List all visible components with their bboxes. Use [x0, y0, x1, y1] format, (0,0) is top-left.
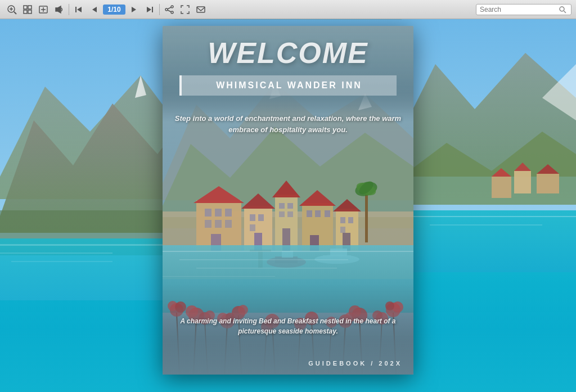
svg-rect-62 [225, 220, 232, 228]
svg-rect-86 [348, 217, 353, 223]
svg-rect-5 [0, 238, 174, 300]
svg-rect-57 [205, 209, 212, 217]
svg-rect-13 [514, 171, 531, 193]
cover-description: A charming and inviting Bed and Breakfas… [174, 316, 402, 336]
toolbar: 1/10 [0, 0, 576, 19]
right-mountains [402, 19, 576, 272]
svg-rect-26 [24, 6, 27, 9]
svg-rect-59 [225, 209, 232, 217]
svg-line-47 [564, 11, 566, 13]
page-indicator: 1/10 [103, 4, 125, 15]
svg-rect-102 [163, 251, 413, 252]
svg-line-44 [168, 10, 171, 12]
cover-inn-name: WHIMSICAL WANDER INN [216, 80, 362, 91]
svg-rect-68 [250, 224, 255, 231]
svg-line-43 [168, 7, 171, 9]
svg-rect-19 [402, 210, 576, 272]
svg-rect-79 [307, 210, 312, 217]
svg-point-40 [171, 6, 173, 8]
left-mountains [0, 19, 174, 300]
fit-page-button[interactable] [36, 2, 51, 17]
svg-marker-36 [92, 7, 97, 12]
svg-marker-35 [77, 7, 82, 12]
svg-rect-104 [196, 268, 337, 269]
svg-marker-33 [56, 6, 61, 13]
svg-rect-85 [340, 217, 345, 223]
svg-line-25 [14, 12, 16, 14]
svg-rect-73 [287, 203, 293, 209]
svg-rect-72 [279, 203, 285, 209]
svg-rect-8 [11, 261, 112, 262]
svg-rect-7 [0, 253, 112, 254]
share-button[interactable] [162, 2, 177, 17]
svg-rect-74 [279, 211, 285, 217]
svg-rect-103 [179, 259, 348, 260]
last-page-button[interactable] [142, 2, 157, 17]
svg-point-46 [560, 7, 564, 11]
svg-rect-17 [492, 177, 511, 198]
svg-rect-87 [340, 227, 345, 233]
svg-marker-39 [147, 7, 151, 12]
svg-rect-20 [402, 216, 576, 217]
divider-1 [69, 4, 69, 15]
svg-rect-21 [430, 224, 542, 226]
first-page-button[interactable] [71, 2, 86, 17]
prev-page-button[interactable] [87, 2, 102, 17]
cover-page: WELCOME WHIMSICAL WANDER INN Step into a… [163, 26, 413, 375]
svg-rect-66 [250, 214, 255, 221]
svg-rect-80 [315, 210, 321, 217]
svg-rect-89 [365, 192, 368, 242]
svg-point-42 [165, 8, 168, 11]
cover-welcome-text: WELCOME [163, 38, 413, 67]
svg-rect-27 [28, 6, 32, 9]
svg-rect-29 [28, 10, 32, 13]
svg-rect-105 [163, 276, 275, 277]
svg-rect-58 [215, 209, 222, 217]
svg-rect-45 [197, 7, 205, 12]
divider-2 [159, 4, 160, 15]
svg-rect-28 [24, 10, 27, 13]
svg-rect-75 [287, 211, 293, 217]
cover-guidebook-label: GUIDEBOOK / 202X [308, 360, 402, 367]
next-page-button[interactable] [127, 2, 141, 17]
volume-button[interactable] [52, 2, 66, 17]
cover-inn-bar: WHIMSICAL WANDER INN [179, 75, 397, 96]
search-box[interactable] [476, 4, 572, 15]
fullscreen-button[interactable] [178, 2, 192, 17]
svg-point-41 [171, 11, 173, 13]
cover-tagline: Step into a world of enchantment and rel… [174, 113, 402, 135]
zoom-in-button[interactable] [4, 2, 19, 17]
svg-rect-15 [537, 174, 559, 193]
booklet-cover: WELCOME WHIMSICAL WANDER INN Step into a… [163, 26, 413, 375]
svg-rect-60 [205, 220, 212, 228]
svg-rect-61 [215, 220, 222, 228]
svg-rect-81 [325, 210, 330, 217]
email-button[interactable] [194, 2, 208, 17]
svg-rect-67 [258, 214, 264, 221]
grid-view-button[interactable] [20, 2, 35, 17]
svg-marker-37 [132, 7, 136, 12]
search-input[interactable] [480, 6, 559, 13]
svg-rect-6 [0, 244, 174, 246]
